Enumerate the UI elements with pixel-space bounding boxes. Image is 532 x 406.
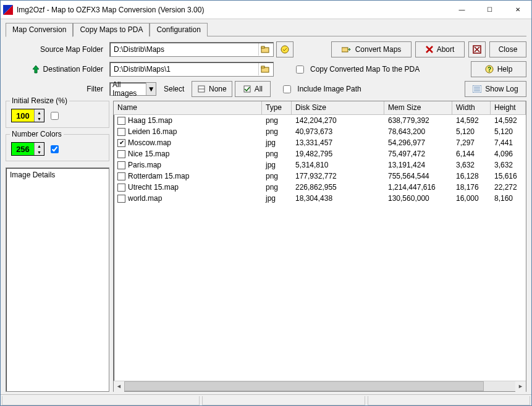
tab-content: Source Map Folder Convert Maps	[1, 36, 531, 394]
button-label: Help	[497, 65, 513, 74]
close-panel-button[interactable]	[468, 41, 486, 57]
dest-folder-input[interactable]	[109, 62, 274, 77]
table-row[interactable]: Paris.mapjpg5,314,81013,191,4243,6323,63…	[114, 159, 526, 171]
abort-button[interactable]: Abort	[415, 41, 465, 57]
all-icon	[243, 85, 251, 93]
refresh-source-button[interactable]	[276, 41, 293, 57]
row-checkbox[interactable]	[117, 172, 125, 180]
copy-to-pda-checkbox[interactable]: Copy Converted Map To the PDA	[296, 65, 420, 74]
cell-disk: 19,482,795	[292, 150, 384, 158]
column-type[interactable]: Type	[262, 101, 292, 114]
dest-label: Destination Folder	[43, 65, 103, 74]
cell-height: 7,441	[491, 138, 526, 147]
minimize-button[interactable]: —	[448, 1, 476, 19]
source-folder-input[interactable]	[109, 42, 274, 57]
table-row[interactable]: world.mapjpg18,304,438130,560,00016,0008…	[114, 193, 526, 204]
tab-map-conversion[interactable]: Map Conversion	[6, 23, 73, 37]
spinner-arrows[interactable]: ▲▼	[34, 143, 44, 155]
colors-extra-checkbox[interactable]	[51, 145, 59, 153]
cell-width: 16,128	[452, 172, 491, 180]
show-log-button[interactable]: Show Log	[465, 81, 526, 97]
include-path-checkbox[interactable]: Include Image Path	[283, 85, 361, 93]
source-folder-field[interactable]	[112, 44, 258, 54]
column-name[interactable]: Name	[114, 101, 262, 114]
folder-rows: Source Map Folder Convert Maps	[6, 41, 526, 101]
cell-mem: 638,779,392	[384, 116, 452, 125]
tab-configuration[interactable]: Configuration	[150, 23, 207, 36]
filter-dropdown[interactable]: All Images ▼	[109, 82, 156, 96]
tab-copy-maps[interactable]: Copy Maps to PDA	[73, 23, 150, 36]
status-cell-3	[368, 396, 531, 405]
cell-mem: 54,296,977	[384, 138, 452, 147]
image-details-panel: Image Details	[6, 167, 109, 392]
row-checkbox[interactable]	[117, 161, 125, 169]
up-folder-icon[interactable]	[31, 64, 41, 74]
checkbox-label: Copy Converted Map To the PDA	[310, 65, 420, 74]
row-checkbox[interactable]: ✔	[117, 139, 125, 147]
select-label: Select	[164, 85, 184, 93]
status-cell-2	[202, 396, 365, 405]
app-icon	[3, 5, 13, 15]
table-row[interactable]: Rotterdam 15.mappng177,932,772755,564,54…	[114, 171, 526, 182]
row-checkbox[interactable]	[117, 195, 125, 203]
cell-type: png	[262, 150, 292, 158]
initial-resize-group: Initial Resize (%) 100 ▲▼	[6, 101, 109, 128]
cell-disk: 5,314,810	[292, 161, 384, 169]
spinner-arrows[interactable]: ▲▼	[34, 109, 44, 122]
maximize-button[interactable]: ☐	[476, 1, 504, 19]
browse-source-icon[interactable]	[258, 43, 272, 56]
row-checkbox[interactable]	[117, 184, 125, 192]
resize-extra-checkbox[interactable]	[51, 112, 59, 120]
svg-rect-8	[261, 66, 264, 68]
cell-name: Utrecht 15.map	[128, 183, 179, 192]
checkbox-label: Include Image Path	[297, 85, 361, 93]
status-cell-1	[2, 396, 200, 405]
table-row[interactable]: Leiden 16.mappng40,973,67378,643,2005,12…	[114, 126, 526, 137]
include-path-input[interactable]	[283, 85, 291, 93]
tab-label: Map Conversion	[12, 25, 66, 34]
window-close-button[interactable]: ✕	[504, 1, 531, 19]
cell-height: 8,160	[491, 194, 526, 203]
colors-spinner[interactable]: 256 ▲▼	[11, 142, 44, 156]
close-button[interactable]: Close	[489, 41, 526, 57]
column-height[interactable]: Height	[491, 101, 526, 114]
table-row[interactable]: Haag 15.mappng142,204,270638,779,39214,5…	[114, 115, 526, 126]
select-none-button[interactable]: None	[192, 81, 232, 97]
horizontal-scrollbar[interactable]: ◄ ►	[114, 381, 526, 391]
column-width[interactable]: Width	[452, 101, 491, 114]
grid-body[interactable]: Haag 15.mappng142,204,270638,779,39214,5…	[114, 115, 526, 381]
row-checkbox[interactable]	[117, 150, 125, 158]
column-disk[interactable]: Disk Size	[292, 101, 384, 114]
browse-dest-icon[interactable]	[258, 63, 272, 75]
cell-type: jpg	[262, 138, 292, 147]
resize-spinner[interactable]: 100 ▲▼	[11, 109, 44, 122]
window-title: Img2Ozf - Map to OZFX3 Map Conversion (V…	[17, 6, 448, 14]
scroll-thumb[interactable]	[124, 381, 484, 391]
dropdown-value: All Images	[112, 80, 146, 98]
table-row[interactable]: Utrecht 15.mappng226,862,9551,214,447,61…	[114, 182, 526, 193]
table-row[interactable]: Nice 15.mappng19,482,79575,497,4726,1444…	[114, 148, 526, 159]
tab-label: Configuration	[156, 25, 200, 34]
cell-height: 14,592	[491, 116, 526, 125]
table-row[interactable]: ✔Moscow.mapjpg13,331,45754,296,9777,2977…	[114, 137, 526, 148]
column-mem[interactable]: Mem Size	[384, 101, 452, 114]
scroll-right-arrow[interactable]: ►	[515, 381, 526, 392]
dest-folder-field[interactable]	[112, 64, 258, 74]
select-all-button[interactable]: All	[235, 81, 271, 97]
scroll-track[interactable]	[124, 381, 515, 391]
scroll-left-arrow[interactable]: ◄	[114, 381, 124, 392]
left-panel: Initial Resize (%) 100 ▲▼ Number Colors …	[6, 101, 109, 392]
convert-maps-button[interactable]: Convert Maps	[331, 41, 412, 57]
abort-icon	[426, 46, 433, 53]
spinner-value: 256	[12, 145, 34, 154]
source-label: Source Map Folder	[6, 45, 107, 54]
help-button[interactable]: ? Help	[471, 61, 526, 77]
row-checkbox[interactable]	[117, 128, 125, 136]
cell-width: 18,176	[452, 183, 491, 192]
row-checkbox[interactable]	[117, 117, 125, 125]
cell-width: 16,000	[452, 194, 491, 203]
button-label: Show Log	[485, 85, 518, 93]
cell-disk: 13,331,457	[292, 138, 384, 147]
cell-name: Moscow.map	[128, 138, 171, 147]
copy-to-pda-input[interactable]	[296, 66, 304, 74]
